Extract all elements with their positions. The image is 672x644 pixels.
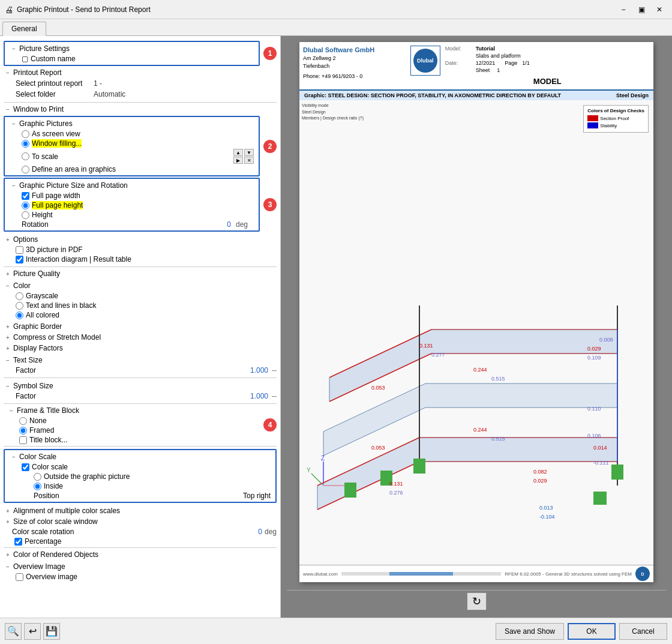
search-button[interactable]: 🔍 xyxy=(5,623,22,640)
symbol-factor-label: Factor xyxy=(16,392,250,400)
dlubal-logo: Dlubal xyxy=(413,49,437,73)
picture-settings-header[interactable]: − Picture Settings xyxy=(6,43,257,54)
svg-text:0.515: 0.515 xyxy=(491,376,505,382)
height-item[interactable]: Height xyxy=(18,210,257,220)
cs-rotation-label: Color scale rotation xyxy=(12,528,258,536)
option-define-area[interactable]: Define an area in graphics xyxy=(18,164,257,174)
right-panel: Dlubal Software GmbH Am Zellweg 2 Tiefen… xyxy=(281,36,672,618)
save-show-button[interactable]: Save and Show xyxy=(496,623,564,640)
interaction-diagram-item[interactable]: Interaction diagram | Result table xyxy=(12,254,280,264)
option-to-scale[interactable]: To scale ▲ ▶ ▼ ✕ xyxy=(18,148,257,164)
legend-label-stability: Stability xyxy=(600,123,617,128)
alignment-color-scales-header[interactable]: + Alignment of multiple color scales xyxy=(0,505,280,516)
date-value: 12/2021 xyxy=(476,60,496,66)
option-as-screen-view[interactable]: As screen view xyxy=(18,129,257,139)
meta-table: Model: Tutorial Slabs and platform Date:… xyxy=(445,46,650,86)
svg-text:0.515: 0.515 xyxy=(491,436,505,442)
subtitle: Slabs and platform xyxy=(476,53,521,59)
expand-icon: − xyxy=(10,44,18,53)
color-header[interactable]: − Color xyxy=(0,280,280,291)
outside-graphic-item[interactable]: Outside the graphic picture xyxy=(30,472,274,481)
graphic-size-section: − Graphic Picture Size and Rotation Full… xyxy=(4,178,260,232)
cs-rotation-row: Color scale rotation 0 deg xyxy=(0,527,280,537)
svg-text:0.029: 0.029 xyxy=(533,478,547,484)
mode-info: Visibility mode Steel Design Members | D… xyxy=(302,103,364,122)
minimize-button[interactable]: − xyxy=(616,4,631,16)
bottom-icons: 🔍 ↩ 💾 xyxy=(5,623,496,640)
options-header[interactable]: + Options xyxy=(0,234,280,245)
save-button-icon[interactable]: 💾 xyxy=(43,623,60,640)
size-color-scale-header[interactable]: + Size of color scale window xyxy=(0,516,280,527)
compress-stretch-header[interactable]: + Compress or Stretch Model xyxy=(0,332,280,343)
graphic-border-header[interactable]: + Graphic Border xyxy=(0,321,280,332)
custom-name-label: Custom name xyxy=(31,55,76,63)
options-section: + Options 3D picture in PDF Interaction … xyxy=(0,233,280,265)
title-block-item[interactable]: Title block... xyxy=(16,435,260,445)
svg-text:0.110: 0.110 xyxy=(587,406,601,412)
tab-general[interactable]: General xyxy=(2,22,46,36)
close-button[interactable]: ✕ xyxy=(652,4,667,16)
preview-footer: www.dlubal.com RFEM 6.02.0005 - General … xyxy=(299,565,653,582)
refresh-button[interactable]: ↻ xyxy=(467,592,487,610)
badge-3: 3 xyxy=(263,198,277,211)
all-colored-item[interactable]: All colored xyxy=(12,310,280,320)
picture-quality-header[interactable]: + Picture Quality xyxy=(0,268,280,279)
color-scale-section: − Color Scale Color scale Outside the gr… xyxy=(4,449,277,503)
text-size-section: − Text Size Factor 1.000 -- xyxy=(0,354,280,376)
svg-text:Y: Y xyxy=(307,467,311,474)
position-row: Position Top right xyxy=(30,491,274,501)
option-window-filling[interactable]: Window filling... xyxy=(18,139,257,148)
undo-button[interactable]: ↩ xyxy=(24,623,41,640)
full-page-width-item[interactable]: Full page width xyxy=(18,191,257,200)
symbol-size-header[interactable]: − Symbol Size xyxy=(0,381,280,391)
display-factors-header[interactable]: + Display Factors xyxy=(0,343,280,354)
3d-pdf-item[interactable]: 3D picture in PDF xyxy=(12,245,280,254)
overview-image-header[interactable]: − Overview Image xyxy=(0,561,280,572)
symbol-factor-value: 1.000 xyxy=(250,392,268,400)
bottom-bar: 🔍 ↩ 💾 Save and Show OK Cancel xyxy=(0,618,672,644)
framed-item[interactable]: Framed xyxy=(16,426,260,435)
color-scale-header[interactable]: − Color Scale xyxy=(6,451,274,462)
svg-text:-0.111: -0.111 xyxy=(593,460,609,466)
svg-rect-22 xyxy=(344,483,356,498)
svg-text:0.053: 0.053 xyxy=(371,385,385,391)
sheet-row: Sheet 1 xyxy=(445,67,650,73)
footer-center: RFEM 6.02.0005 - General 3D structures s… xyxy=(505,571,632,577)
move-right-btn[interactable]: ▶ xyxy=(233,157,243,164)
move-left-btn[interactable]: ✕ xyxy=(244,157,254,164)
footer-bar xyxy=(341,572,502,576)
rotation-unit: deg xyxy=(236,220,254,229)
move-up-btn[interactable]: ▲ xyxy=(233,149,243,156)
maximize-button[interactable]: ▣ xyxy=(634,4,649,16)
window-to-print-header[interactable]: − Window to Print xyxy=(0,104,280,115)
printout-report-header[interactable]: − Printout Report xyxy=(0,67,280,78)
ok-button[interactable]: OK xyxy=(568,623,616,640)
overview-image-children: Overview image xyxy=(0,572,280,582)
badge-4: 4 xyxy=(263,418,277,432)
page-value: 1/1 xyxy=(522,60,530,66)
text-lines-black-item[interactable]: Text and lines in black xyxy=(12,301,280,310)
legend-color-section-proof xyxy=(587,115,598,121)
footer-left: www.dlubal.com xyxy=(303,571,338,577)
percentage-item[interactable]: Percentage xyxy=(0,537,280,546)
graphic-pictures-header[interactable]: − Graphic Pictures xyxy=(6,118,257,129)
svg-text:0.131: 0.131 xyxy=(389,481,403,487)
none-frame-item[interactable]: None xyxy=(16,416,260,426)
color-rendered-header[interactable]: + Color of Rendered Objects xyxy=(0,549,280,560)
address1: Am Zellweg 2 xyxy=(303,55,406,62)
graphic-size-header[interactable]: − Graphic Picture Size and Rotation xyxy=(6,180,257,191)
text-size-header[interactable]: − Text Size xyxy=(0,355,280,366)
svg-text:0.109: 0.109 xyxy=(587,355,601,361)
full-page-height-item[interactable]: Full page height xyxy=(18,200,257,210)
overview-image-item[interactable]: Overview image xyxy=(12,572,280,582)
picture-settings-section: − Picture Settings ▢ Custom name xyxy=(4,41,260,66)
grayscale-item[interactable]: Grayscale xyxy=(12,291,280,301)
cancel-button[interactable]: Cancel xyxy=(619,623,667,640)
frame-title-header[interactable]: − Frame & Title Block xyxy=(4,405,260,416)
svg-text:0.008: 0.008 xyxy=(599,337,613,343)
move-down-btn[interactable]: ▼ xyxy=(244,149,254,156)
inside-item[interactable]: Inside xyxy=(30,481,274,491)
date-row: Date: 12/2021 Page 1/1 xyxy=(445,60,650,66)
color-scale-check-item[interactable]: Color scale xyxy=(18,462,274,472)
frame-title-section: − Frame & Title Block None Framed Title … xyxy=(4,405,260,445)
